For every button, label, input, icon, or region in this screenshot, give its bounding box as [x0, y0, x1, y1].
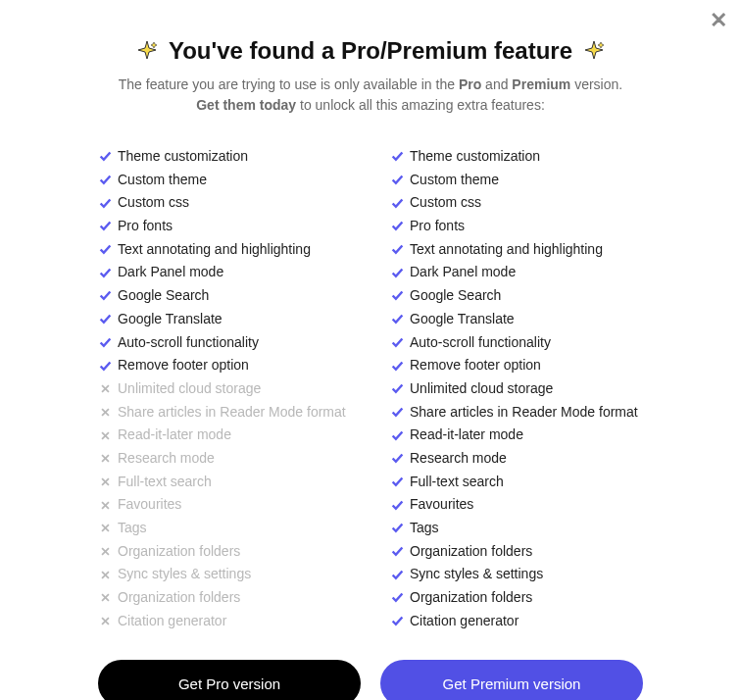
feature-label: Remove footer option: [118, 355, 249, 376]
feature-label: Research mode: [118, 448, 215, 470]
feature-row: Custom css: [390, 191, 643, 215]
check-icon: [390, 196, 404, 210]
x-icon: [98, 382, 112, 396]
feature-row: Citation generator: [98, 610, 351, 633]
feature-row: Text annotating and highlighting: [98, 238, 351, 262]
feature-label: Google Translate: [118, 309, 222, 330]
x-icon: [98, 452, 112, 466]
feature-row: Read-it-later mode: [390, 424, 643, 447]
modal-subtitle: The feature you are trying to use is onl…: [59, 75, 682, 116]
check-icon: [390, 313, 404, 326]
feature-row: Research mode: [390, 447, 643, 471]
feature-label: Read-it-later mode: [410, 425, 523, 446]
check-icon: [98, 335, 112, 349]
feature-row: Remove footer option: [98, 354, 351, 377]
feature-row: Dark Panel mode: [390, 261, 643, 284]
feature-label: Custom css: [118, 192, 189, 214]
check-icon: [390, 266, 404, 279]
feature-label: Tags: [410, 518, 439, 539]
check-icon: [390, 428, 404, 442]
feature-label: Share articles in Reader Mode format: [118, 402, 346, 424]
upgrade-modal: You've found a Pro/Premium feature The f…: [0, 0, 741, 700]
feature-row: Auto-scroll functionality: [98, 331, 351, 355]
feature-row: Tags: [390, 517, 643, 540]
feature-row: Research mode: [98, 447, 351, 471]
feature-row: Remove footer option: [390, 354, 643, 377]
feature-row: Favourites: [98, 493, 351, 517]
sparkle-icon: [135, 39, 159, 63]
check-icon: [390, 475, 404, 488]
feature-label: Theme customization: [118, 146, 248, 168]
check-icon: [390, 591, 404, 605]
check-icon: [98, 313, 112, 326]
check-icon: [390, 174, 404, 187]
subtitle-pro: Pro: [459, 76, 481, 92]
feature-row: Share articles in Reader Mode format: [98, 401, 351, 425]
x-icon: [98, 615, 112, 628]
x-icon: [98, 475, 112, 488]
subtitle-text: The feature you are trying to use is onl…: [119, 76, 459, 92]
check-icon: [390, 615, 404, 628]
check-icon: [98, 289, 112, 303]
feature-label: Dark Panel mode: [118, 262, 223, 283]
feature-label: Text annotating and highlighting: [410, 239, 603, 261]
feature-label: Favourites: [118, 494, 181, 516]
subtitle-text: and: [481, 76, 512, 92]
feature-label: Google Search: [118, 285, 209, 307]
check-icon: [390, 335, 404, 349]
modal-title: You've found a Pro/Premium feature: [169, 37, 572, 65]
feature-label: Citation generator: [410, 611, 519, 632]
x-icon: [98, 405, 112, 419]
title-row: You've found a Pro/Premium feature: [59, 37, 682, 65]
sparkle-icon: [582, 39, 606, 63]
feature-label: Text annotating and highlighting: [118, 239, 311, 261]
subtitle-premium: Premium: [512, 76, 570, 92]
premium-feature-column: Theme customizationCustom themeCustom cs…: [390, 145, 643, 632]
check-icon: [390, 405, 404, 419]
feature-label: Custom css: [410, 192, 481, 214]
check-icon: [98, 359, 112, 373]
subtitle-cta: Get them today: [196, 97, 296, 113]
feature-label: Citation generator: [118, 611, 226, 632]
feature-label: Organization folders: [410, 541, 532, 563]
feature-label: Auto-scroll functionality: [410, 332, 551, 354]
check-icon: [98, 150, 112, 164]
feature-row: Theme customization: [98, 145, 351, 169]
x-icon: [98, 428, 112, 442]
feature-row: Pro fonts: [98, 215, 351, 238]
subtitle-text: version.: [570, 76, 622, 92]
x-icon: [98, 591, 112, 605]
feature-row: Text annotating and highlighting: [390, 238, 643, 262]
feature-label: Remove footer option: [410, 355, 541, 376]
feature-label: Unlimited cloud storage: [118, 378, 261, 400]
feature-row: Citation generator: [390, 610, 643, 633]
get-pro-button[interactable]: Get Pro version: [98, 660, 361, 700]
x-icon: [98, 498, 112, 512]
button-row: Get Pro version Get Premium version: [59, 660, 682, 700]
check-icon: [390, 522, 404, 535]
feature-label: Google Translate: [410, 309, 515, 330]
feature-row: Custom css: [98, 191, 351, 215]
feature-label: Pro fonts: [410, 216, 465, 237]
feature-row: Unlimited cloud storage: [390, 377, 643, 401]
subtitle-text: to unlock all this amazing extra feature…: [296, 97, 545, 113]
feature-row: Google Translate: [390, 308, 643, 331]
get-premium-button[interactable]: Get Premium version: [380, 660, 643, 700]
feature-label: Research mode: [410, 448, 507, 470]
feature-row: Tags: [98, 517, 351, 540]
pro-feature-column: Theme customizationCustom themeCustom cs…: [98, 145, 351, 632]
check-icon: [390, 150, 404, 164]
feature-row: Google Search: [390, 284, 643, 308]
check-icon: [390, 568, 404, 581]
check-icon: [390, 545, 404, 559]
feature-label: Favourites: [410, 494, 473, 516]
check-icon: [98, 243, 112, 257]
check-icon: [390, 498, 404, 512]
check-icon: [98, 220, 112, 233]
feature-row: Google Search: [98, 284, 351, 308]
feature-row: Full-text search: [98, 471, 351, 494]
check-icon: [98, 266, 112, 279]
feature-label: Sync styles & settings: [410, 564, 543, 585]
check-icon: [390, 289, 404, 303]
close-button[interactable]: ✕: [710, 10, 727, 31]
